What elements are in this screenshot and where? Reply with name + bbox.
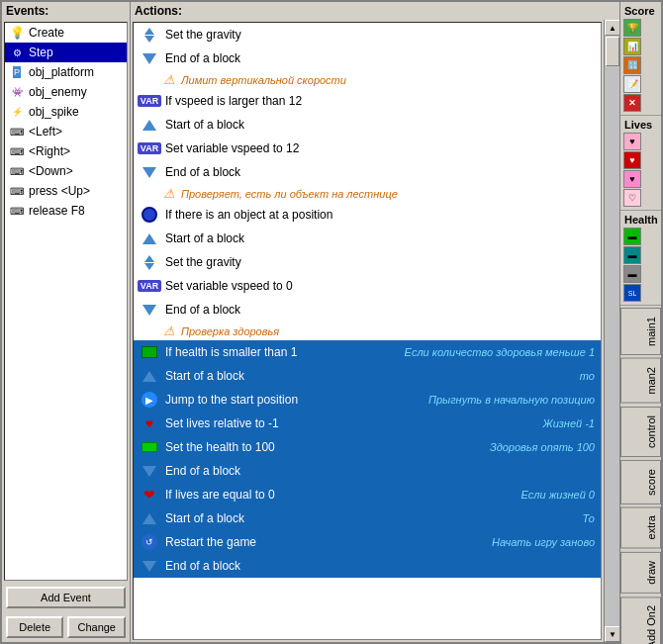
score-label: Score (622, 4, 659, 18)
action-item-a6[interactable]: VARSet variable vspeed to 12 (134, 137, 601, 160)
action-item-a12[interactable]: VARSet variable vspeed to 0 (134, 274, 601, 298)
health-icon-1[interactable]: ▬ (623, 228, 641, 245)
action-item-a5[interactable]: Start of a block (134, 113, 601, 137)
score-icon-2[interactable]: 📊 (623, 38, 641, 55)
event-item-release_f8[interactable]: ⌨release F8 (5, 201, 127, 221)
arrow-up-down-icon (140, 252, 159, 272)
tab-draw[interactable]: draw (620, 552, 661, 594)
action-text-a12: Set variable vspeed to 0 (165, 279, 595, 293)
action-text-a23: Restart the game (165, 535, 478, 549)
action-item-a9[interactable]: If there is an object at a position (134, 203, 601, 227)
add-event-button[interactable]: Add Event (6, 587, 126, 608)
lives-icon-4[interactable]: ♡ (623, 189, 641, 207)
action-item-a19[interactable]: Set the health to 100Здоровья опять 100 (134, 435, 601, 459)
var-icon: VAR (140, 138, 159, 158)
score-icon-5[interactable]: ✕ (623, 94, 641, 112)
action-item-a23[interactable]: ↺Restart the gameНачать игру заново (134, 530, 601, 554)
step-icon: ⚙ (9, 45, 25, 60)
arrow-up-icon (140, 115, 159, 135)
event-item-press_up[interactable]: ⌨press <Up> (5, 181, 127, 201)
bulb-icon: 💡 (9, 25, 25, 41)
action-text-a6: Set variable vspeed to 12 (165, 141, 595, 155)
keyboard-icon: ⌨ (9, 143, 25, 159)
event-item-obj_spike[interactable]: ⚡obj_spike (5, 102, 127, 122)
action-text-a22: Start of a block (165, 511, 569, 525)
action-text-a20: End of a block (165, 464, 595, 478)
scroll-down-btn[interactable]: ▼ (605, 626, 619, 642)
delete-button[interactable]: Delete (6, 616, 63, 638)
lives-icon-1[interactable]: ♥ (623, 133, 641, 150)
tab-man2[interactable]: man2 (620, 358, 661, 404)
action-item-a21[interactable]: ❤If lives are equal to 0Если жизней 0 (134, 483, 601, 506)
action-text-a18: Set lives relative to -1 (165, 416, 529, 430)
tab-score[interactable]: score (620, 460, 661, 505)
health-icon-3[interactable]: ▬ (623, 265, 641, 283)
health-icon-4[interactable]: SL (623, 284, 641, 302)
action-text-a13: End of a block (165, 303, 595, 317)
scroll-up-btn[interactable]: ▲ (605, 20, 619, 36)
action-comment-a22: То (583, 512, 595, 524)
action-comment-a15: Если количество здоровья меньше 1 (405, 346, 595, 358)
arrow-down-icon (140, 556, 159, 576)
action-item-a20[interactable]: End of a block (134, 459, 601, 483)
change-button[interactable]: Change (67, 616, 126, 638)
arrow-down-icon (140, 461, 159, 481)
lives-icon-3[interactable]: ♥ (623, 170, 641, 188)
score-icon-3[interactable]: 🔢 (623, 56, 641, 74)
tab-extra[interactable]: extra (620, 506, 661, 548)
event-label-obj_platform: obj_platform (29, 65, 94, 79)
comment-text-a3: Лимит вертикальной скорости (181, 74, 346, 86)
score-icon-1[interactable]: 🏆 (623, 19, 641, 37)
event-item-right[interactable]: ⌨<Right> (5, 141, 127, 161)
comment-row-a14: ⚠Проверка здоровья (134, 322, 601, 340)
health-icon-2[interactable]: ▬ (623, 246, 641, 264)
keyboard-icon: ⌨ (9, 124, 25, 139)
arrow-up-down-icon (140, 25, 159, 45)
event-item-obj_enemy[interactable]: 👾obj_enemy (5, 82, 127, 102)
action-item-a1[interactable]: Set the gravity (134, 23, 601, 46)
event-item-create[interactable]: 💡Create (5, 23, 127, 43)
action-text-a7: End of a block (165, 165, 595, 179)
action-item-a15[interactable]: If health is smaller than 1Если количест… (134, 340, 601, 364)
action-item-a16[interactable]: Start of a blockто (134, 364, 601, 388)
keyboard-icon: ⌨ (9, 203, 25, 219)
action-item-a22[interactable]: Start of a blockТо (134, 506, 601, 530)
action-item-a18[interactable]: ♥Set lives relative to -1Жизней -1 (134, 412, 601, 435)
score-section: Score 🏆 📊 🔢 📝 ✕ (620, 2, 661, 116)
events-label: Events: (2, 2, 130, 20)
tab-main1[interactable]: main1 (620, 308, 661, 355)
scroll-track[interactable] (605, 36, 619, 626)
lives-icon-2[interactable]: ♥ (623, 151, 641, 169)
action-text-a4: If vspeed is larger than 12 (165, 94, 595, 108)
score-icon-4[interactable]: 📝 (623, 75, 641, 93)
right-sidebar: Score 🏆 📊 🔢 📝 ✕ Lives ♥ ♥ ♥ ♡ Health ▬ ▬ (619, 2, 661, 642)
action-item-a11[interactable]: Set the gravity (134, 250, 601, 274)
action-comment-a17: Прыгнуть в начальную позицию (428, 394, 595, 406)
lives-label: Lives (622, 118, 659, 132)
action-comment-a16: то (580, 370, 595, 382)
action-item-a10[interactable]: Start of a block (134, 227, 601, 250)
event-label-obj_spike: obj_spike (29, 105, 79, 119)
action-item-a13[interactable]: End of a block (134, 298, 601, 322)
run-icon: ▶ (140, 390, 159, 410)
action-item-a2[interactable]: End of a block (134, 46, 601, 70)
scrollbar[interactable]: ▲ ▼ (604, 20, 619, 642)
event-item-down[interactable]: ⌨<Down> (5, 161, 127, 181)
event-item-step[interactable]: ⚙Step (5, 43, 127, 62)
action-item-a7[interactable]: End of a block (134, 160, 601, 184)
comment-text-a14: Проверка здоровья (181, 325, 279, 337)
scroll-thumb[interactable] (606, 37, 619, 66)
action-text-a9: If there is an object at a position (165, 208, 595, 222)
action-item-a4[interactable]: VARIf vspeed is larger than 12 (134, 89, 601, 113)
action-item-a17[interactable]: ▶Jump to the start positionПрыгнуть в на… (134, 388, 601, 412)
event-item-left[interactable]: ⌨<Left> (5, 122, 127, 141)
action-text-a15: If health is smaller than 1 (165, 345, 391, 359)
action-item-a24[interactable]: End of a block (134, 554, 601, 578)
action-comment-a19: Здоровья опять 100 (490, 441, 595, 453)
event-label-left: <Left> (29, 125, 62, 138)
tab-add-on2[interactable]: Add On2 (620, 597, 661, 644)
action-text-a5: Start of a block (165, 118, 595, 132)
event-item-obj_platform[interactable]: Pobj_platform (5, 62, 127, 82)
tab-control[interactable]: control (620, 407, 661, 457)
action-comment-a23: Начать игру заново (492, 536, 595, 548)
